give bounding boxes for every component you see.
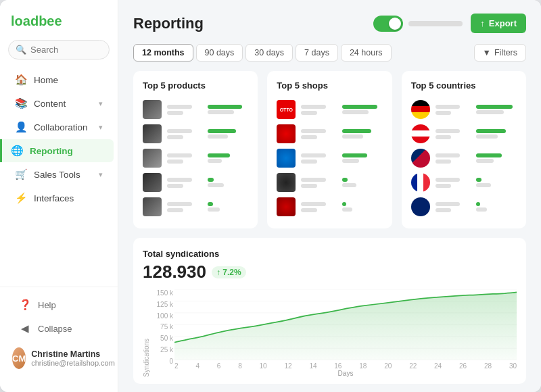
sidebar-item-content[interactable]: 📚 Content ▾	[4, 92, 114, 115]
sidebar-item-interfaces[interactable]: ⚡ Interfaces	[4, 187, 114, 210]
x-label: 16	[334, 362, 342, 370]
y-label: 25 k	[151, 346, 173, 353]
bar-gray	[476, 159, 494, 163]
flag-fr	[411, 173, 430, 192]
bar-green	[208, 202, 212, 206]
top-products-card: Top 5 products	[133, 71, 258, 228]
sidebar-item-home[interactable]: 🏠 Home	[4, 68, 114, 91]
bar-green	[208, 178, 214, 182]
item-lines	[436, 153, 471, 164]
line-short	[301, 160, 317, 164]
flag-de	[411, 100, 430, 119]
line-short	[167, 160, 183, 164]
top-products-title: Top 5 products	[143, 80, 248, 91]
sidebar-bottom: ❓ Help ◀ Collapse CM Christine Martins c…	[0, 287, 118, 381]
top-countries-card: Top 5 countries	[402, 71, 526, 228]
bar-container	[208, 153, 248, 163]
list-item	[411, 97, 517, 122]
bar-gray	[476, 207, 487, 212]
x-label: 24	[434, 362, 442, 370]
search-icon: 🔍	[16, 45, 26, 55]
bar-gray	[342, 183, 357, 187]
y-axis-title: Syndications	[143, 289, 150, 377]
bar-gray	[342, 207, 353, 212]
bar-gray	[476, 183, 491, 187]
time-btn-7days[interactable]: 7 days	[296, 44, 338, 62]
collaboration-icon: 👤	[15, 121, 27, 133]
user-info: CM Christine Martins christine@retailsho…	[4, 341, 114, 376]
sidebar-item-collaboration[interactable]: 👤 Collaboration ▾	[4, 116, 114, 139]
toggle-wrap	[373, 16, 463, 32]
line-short	[301, 111, 317, 115]
product-image	[143, 100, 162, 119]
list-item	[411, 146, 517, 170]
line-long	[167, 129, 192, 133]
item-lines	[436, 202, 471, 212]
bar-gray	[476, 134, 498, 139]
sidebar-item-reporting[interactable]: 🌐 Reporting	[0, 139, 114, 162]
toggle-switch[interactable]	[373, 16, 403, 32]
x-label: 14	[309, 362, 316, 370]
main-content: Reporting ↑ Export 12 months 90 days 30 …	[118, 0, 541, 392]
chart-card: Total syndications 128.930 ↑ 7.2% Syndic…	[133, 238, 526, 384]
item-lines	[436, 105, 471, 115]
list-item: OTTO	[277, 97, 382, 122]
sidebar-item-help[interactable]: ❓ Help	[8, 293, 110, 316]
export-button[interactable]: ↑ Export	[471, 14, 526, 33]
bar-gray	[208, 183, 224, 187]
list-item	[143, 170, 248, 195]
bar-green	[342, 129, 371, 133]
time-btn-12months[interactable]: 12 months	[133, 44, 193, 62]
line-short	[167, 111, 183, 115]
filters-button[interactable]: ▼ Filters	[474, 44, 526, 62]
time-btn-30days[interactable]: 30 days	[245, 44, 293, 62]
bar-gray	[476, 110, 504, 114]
reporting-icon: 🌐	[11, 145, 23, 157]
bar-container	[208, 105, 248, 114]
bar-gray	[342, 134, 363, 139]
line-short	[167, 184, 183, 188]
product-image	[143, 149, 162, 168]
y-axis: 150 k 125 k 100 k 75 k 50 k 25 k 0	[151, 289, 173, 377]
item-lines	[301, 129, 336, 139]
line-long	[436, 105, 461, 109]
list-item	[143, 195, 248, 219]
bar-green	[208, 153, 230, 157]
list-item	[277, 146, 382, 170]
bar-gray	[342, 110, 369, 114]
home-icon: 🏠	[15, 74, 27, 86]
line-short	[167, 135, 183, 139]
chart-value: 128.930	[143, 262, 206, 283]
x-label: 10	[260, 362, 267, 370]
logo: loadbee	[0, 11, 118, 40]
bar-gray	[208, 207, 220, 212]
line-long	[301, 105, 326, 109]
search-box[interactable]: 🔍	[8, 40, 110, 59]
collapse-icon: ◀	[19, 322, 31, 335]
line-short	[301, 208, 317, 212]
flag-uk	[411, 197, 430, 216]
time-btn-90days[interactable]: 90 days	[196, 44, 243, 62]
x-label: 30	[509, 362, 517, 370]
search-input[interactable]	[30, 45, 102, 55]
bar-green	[342, 105, 378, 109]
bar-container	[476, 105, 517, 114]
top-shops-title: Top 5 shops	[277, 80, 382, 91]
time-btn-24hours[interactable]: 24 hours	[341, 44, 392, 62]
line-long	[167, 105, 192, 109]
chart-title: Total syndications	[143, 249, 517, 259]
x-label: 2	[174, 362, 179, 370]
bar-green	[476, 105, 513, 109]
sidebar-item-collapse[interactable]: ◀ Collapse	[8, 317, 110, 340]
bar-container	[208, 178, 248, 187]
list-item	[277, 170, 382, 195]
user-email: christine@retailshop.com	[31, 359, 115, 367]
y-label: 75 k	[151, 323, 173, 330]
line-long	[301, 153, 326, 157]
list-item	[411, 122, 517, 146]
line-short	[436, 135, 452, 139]
line-long	[167, 153, 192, 157]
shop-logo	[277, 149, 296, 168]
sidebar-item-sales-tools[interactable]: 🛒 Sales Tools ▾	[4, 163, 114, 186]
chevron-down-icon: ▾	[99, 170, 103, 179]
